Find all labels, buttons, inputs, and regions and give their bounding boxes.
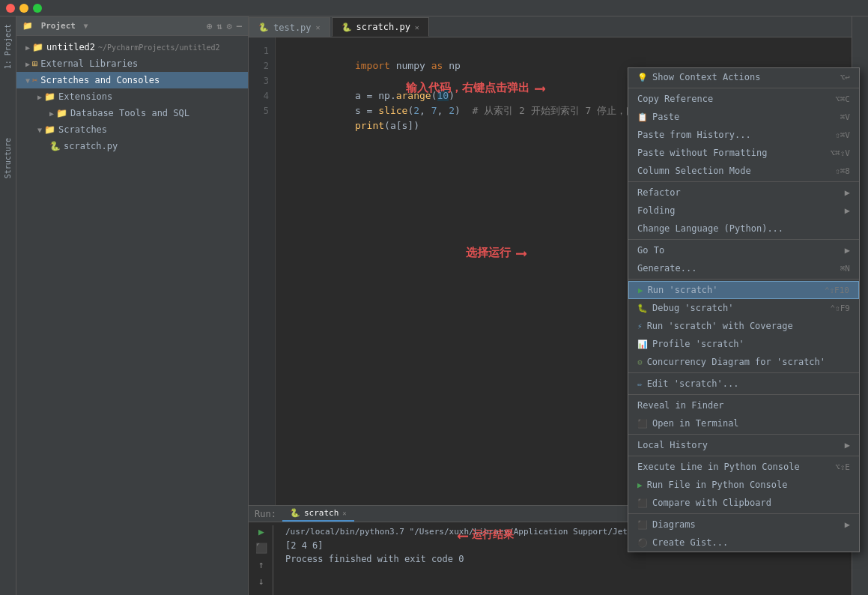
paste-icon: 📋 [637, 112, 648, 122]
scratch-tab-icon: 🐍 [290, 508, 300, 518]
code-line-1: import numpy as np [285, 43, 843, 58]
panel-header-icons: ⊕ ⇅ ⚙ — [207, 21, 242, 31]
tree-arrow-db-tools: ▶ [49, 109, 54, 118]
tree-arrow-untitled2: ▶ [25, 43, 30, 52]
gist-icon: ⚫ [637, 538, 648, 548]
ctx-copy-reference[interactable]: Copy Reference ⌥⌘C [628, 90, 859, 108]
concurrency-icon: ⚙ [637, 357, 643, 367]
tab-close-scratch-py[interactable]: ✕ [415, 23, 419, 31]
debug-scratch-icon: 🐛 [637, 303, 648, 313]
maximize-button[interactable] [33, 4, 42, 13]
ctx-sep-7 [628, 456, 859, 456]
scroll-up-button[interactable]: ↑ [255, 558, 268, 572]
ctx-column-selection[interactable]: Column Selection Mode ⇧⌘8 [628, 162, 859, 180]
bottom-tab-scratch[interactable]: 🐍 scratch ✕ [282, 506, 354, 522]
ctx-refactor[interactable]: Refactor ▶ [628, 184, 859, 202]
ctx-change-language[interactable]: Change Language (Python)... [628, 220, 859, 238]
tree-item-scratch-py[interactable]: 🐍 scratch.py [16, 138, 248, 154]
ctx-paste[interactable]: 📋Paste ⌘V [628, 108, 859, 126]
tree-item-scratches[interactable]: ▼ 📁 Scratches [16, 121, 248, 138]
window-controls[interactable] [6, 4, 42, 13]
tree-label-db-tools: Database Tools and SQL [70, 108, 189, 118]
tree-item-scratches-consoles[interactable]: ▼ ✂ Scratches and Consoles [16, 72, 248, 88]
ctx-execute-line[interactable]: Execute Line in Python Console ⌥⇧E [628, 458, 859, 476]
ctx-label-show-context: Show Context Actions [652, 72, 761, 82]
annotation-input-text: 输入代码，右键点击弹出 [406, 81, 529, 95]
ctx-label-goto: Go To [637, 245, 664, 256]
ctx-run-file-console[interactable]: ▶Run File in Python Console [628, 476, 859, 494]
compare-icon: ⬛ [637, 498, 648, 508]
ctx-label-paste-no-format: Paste without Formatting [637, 148, 767, 158]
ctx-arrow-diagrams: ▶ [845, 519, 850, 530]
settings-icon[interactable]: ⚙ [227, 21, 232, 31]
ctx-compare-clipboard[interactable]: ⬛Compare with Clipboard [628, 494, 859, 512]
ctx-paste-no-format[interactable]: Paste without Formatting ⌥⌘⇧V [628, 144, 859, 162]
ctx-run-coverage[interactable]: ⚡Run 'scratch' with Coverage [628, 317, 859, 335]
editor-tabs: 🐍 test.py ✕ 🐍 scratch.py ✕ [249, 16, 852, 37]
tree-item-extensions[interactable]: ▶ 📁 Extensions [16, 88, 248, 105]
scroll-down-button[interactable]: ↓ [255, 575, 268, 588]
ctx-show-context-actions[interactable]: 💡Show Context Actions ⌥↩ [628, 68, 859, 86]
ctx-sep-8 [628, 513, 859, 514]
tree-item-external-libraries[interactable]: ▶ ⊞ External Libraries [16, 55, 248, 72]
ctx-open-terminal[interactable]: ⬛Open in Terminal [628, 414, 859, 432]
stop-button[interactable]: ⬛ [255, 542, 268, 555]
ctx-run-scratch[interactable]: ▶Run 'scratch' ⌃⇧F10 [628, 281, 859, 299]
ctx-label-copy-ref: Copy Reference [637, 94, 713, 104]
ctx-sep-6 [628, 434, 859, 435]
ctx-label-create-gist: Create Gist... [652, 537, 728, 548]
ctx-shortcut-debug-scratch: ⌃⇧F9 [831, 303, 851, 313]
project-tool-button[interactable]: 1: Project [1, 19, 14, 73]
ctx-diagrams[interactable]: ⬛Diagrams ▶ [628, 516, 859, 534]
settings-run-button[interactable]: ≡ [255, 591, 268, 595]
file-icon-scratch-py: 🐍 [49, 141, 61, 151]
ctx-generate[interactable]: Generate... ⌘N [628, 259, 859, 277]
ctx-shortcut-generate: ⌘N [840, 264, 850, 274]
ctx-label-run-scratch: Run 'scratch' [648, 285, 718, 295]
ctx-debug-scratch[interactable]: 🐛Debug 'scratch' ⌃⇧F9 [628, 299, 859, 317]
ctx-goto[interactable]: Go To ▶ [628, 241, 859, 259]
ctx-concurrency[interactable]: ⚙Concurrency Diagram for 'scratch' [628, 353, 859, 371]
ctx-edit-scratch[interactable]: ✏Edit 'scratch'... [628, 375, 859, 393]
tab-close-test-py[interactable]: ✕ [316, 23, 321, 31]
tab-test-py[interactable]: 🐍 test.py ✕ [249, 17, 330, 37]
folder-icon-untitled2: 📁 [32, 42, 43, 52]
structure-tool-button[interactable]: Structure [1, 133, 14, 183]
ctx-local-history[interactable]: Local History ▶ [628, 436, 859, 454]
ctx-sep-3 [628, 279, 859, 280]
ctx-sep-0 [628, 88, 859, 88]
arrow-right-run-icon: ⟶ [517, 244, 526, 262]
project-panel: 📁 Project ▼ ⊕ ⇅ ⚙ — ▶ 📁 untitled2 ~/Pych… [16, 16, 249, 595]
ctx-label-diagrams: Diagrams [652, 519, 696, 530]
minimize-panel-icon[interactable]: — [237, 21, 242, 31]
ctx-label-compare: Compare with Clipboard [652, 498, 771, 508]
ctx-label-concurrency: Concurrency Diagram for 'scratch' [647, 357, 825, 367]
ctx-reveal-finder[interactable]: Reveal in Finder [628, 396, 859, 414]
tree-item-untitled2[interactable]: ▶ 📁 untitled2 ~/PycharmProjects/untitled… [16, 39, 248, 55]
tree-label-untitled2: untitled2 [46, 42, 95, 52]
context-menu: 💡Show Context Actions ⌥↩ Copy Reference … [628, 67, 860, 552]
tab-scratch-py[interactable]: 🐍 scratch.py ✕ [332, 17, 429, 37]
add-icon[interactable]: ⊕ [207, 21, 212, 31]
ctx-shortcut-show-context: ⌥↩ [840, 73, 850, 82]
minimize-button[interactable] [19, 4, 28, 13]
ctx-arrow-local-history: ▶ [845, 440, 850, 450]
bottom-controls: ▶ ⬛ ↑ ↓ ≡ ⬛ [255, 525, 273, 595]
ctx-sep-1 [628, 181, 859, 182]
bottom-tab-close[interactable]: ✕ [342, 510, 346, 517]
tree-arrow-ext-libs: ▶ [25, 60, 30, 68]
close-button[interactable] [6, 4, 15, 13]
project-tree: ▶ 📁 untitled2 ~/PycharmProjects/untitled… [16, 36, 248, 595]
run-button[interactable]: ▶ [255, 525, 268, 539]
annotation-run-text: 选择运行 [466, 246, 511, 260]
ctx-profile[interactable]: 📊Profile 'scratch' [628, 335, 859, 353]
ctx-folding[interactable]: Folding ▶ [628, 202, 859, 220]
ctx-create-gist[interactable]: ⚫Create Gist... [628, 534, 859, 552]
scratches-consoles-icon: ✂ [32, 75, 37, 85]
process-status: Process finished with exit code 0 [285, 552, 846, 566]
tree-item-db-tools[interactable]: ▶ 📁 Database Tools and SQL [16, 105, 248, 121]
tree-label-extensions: Extensions [58, 91, 112, 102]
sort-icon[interactable]: ⇅ [216, 21, 222, 31]
ctx-paste-history[interactable]: Paste from History... ⇧⌘V [628, 126, 859, 144]
tree-label-scratches: Scratches [58, 124, 107, 135]
